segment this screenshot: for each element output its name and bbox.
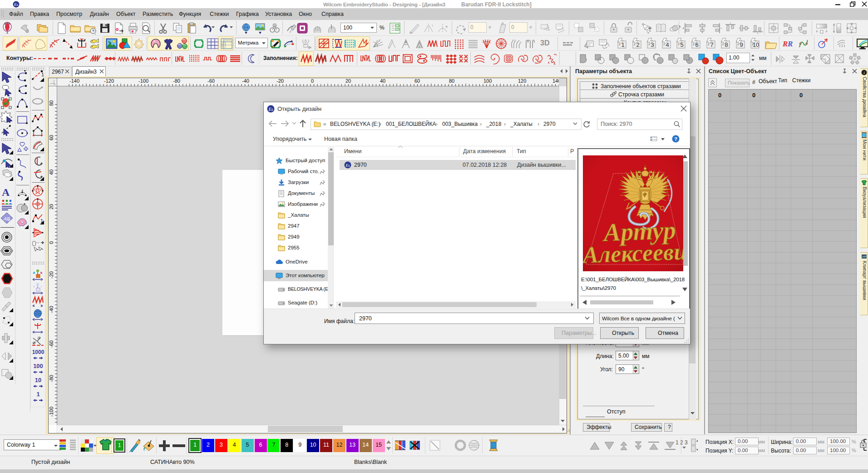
svg-text:-140: -140 [69,78,79,84]
svg-text:80: 80 [449,78,454,84]
svg-text:100: 100 [483,78,492,84]
svg-text:140: 140 [552,78,559,84]
svg-text:40: 40 [380,78,385,84]
svg-text:R: R [787,40,793,48]
svg-text:A: A [2,186,10,198]
svg-text:c: c [8,218,10,222]
svg-text:Es: Es [268,107,273,112]
svg-text:-40: -40 [49,306,54,313]
svg-text:5: 5 [681,41,684,48]
svg-text:1: 1 [621,41,624,48]
svg-text:-80: -80 [49,375,54,382]
svg-text:80: 80 [49,100,54,106]
svg-text:2: 2 [636,41,639,48]
svg-text:?: ? [674,136,677,142]
svg-text:9: 9 [740,41,743,48]
svg-text:7: 7 [710,41,713,48]
svg-text:-60: -60 [49,340,54,348]
svg-text:-40: -40 [242,78,249,84]
svg-text:60: 60 [414,78,420,84]
svg-text:-80: -80 [173,78,180,84]
svg-text:4: 4 [666,41,669,48]
svg-text:40: 40 [49,169,54,175]
svg-text:-20: -20 [49,271,54,279]
svg-text:Es: Es [345,163,350,168]
svg-text:20: 20 [345,78,351,84]
svg-text:-100: -100 [49,407,54,417]
svg-text:20: 20 [49,204,54,209]
svg-text:-20: -20 [276,78,284,84]
svg-text:6: 6 [695,41,698,48]
svg-text:60: 60 [49,135,54,140]
svg-text:R: R [782,40,788,48]
svg-text:10: 10 [753,41,759,48]
svg-text:-120: -120 [104,78,114,84]
svg-text:8: 8 [725,41,728,48]
svg-text:120: 120 [518,78,526,84]
svg-text:-60: -60 [207,78,215,84]
svg-text:Es: Es [14,2,18,7]
svg-text:0: 0 [49,241,54,244]
svg-text:0: 0 [311,78,314,84]
svg-text:-100: -100 [138,78,148,84]
svg-text:Алексеевич: Алексеевич [583,238,683,268]
svg-text:3: 3 [651,41,654,48]
